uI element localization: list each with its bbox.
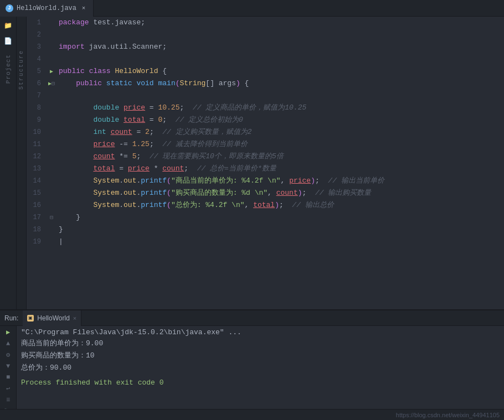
left-sidebar: 📁 📄 Project [0, 17, 17, 309]
code-line-5: 5 ▶ public class HelloWorld { [27, 65, 504, 77]
line-content-12: count *= 5; // 现在需要购买10个，即原来数量的5倍 [56, 151, 502, 163]
output-cmd-line: "C:\Program Files\Java\jdk-15.0.2\bin\ja… [21, 328, 500, 336]
bottom-tab-label: HelloWorld [37, 314, 69, 322]
bottom-tab-icon: ▣ [27, 315, 34, 322]
line-content-3: import java.util.Scanner; [56, 41, 502, 53]
line-num-2: 2 [27, 31, 47, 39]
line-content-1: package test.javase; [56, 17, 502, 29]
code-line-6: 6 ▶⊟ public static void main(String[] ar… [27, 77, 504, 90]
line-gutter-5[interactable]: ▶ [47, 68, 56, 75]
line-num-1: 1 [27, 19, 47, 27]
stop-button[interactable]: ■ [3, 374, 14, 381]
line-content-14: System.out.printf("商品当前的单价为: %4.2f \n", … [56, 175, 502, 187]
line-num-12: 12 [27, 153, 47, 160]
line-gutter-17[interactable]: ⊟ [47, 214, 56, 221]
line-num-4: 4 [27, 55, 47, 63]
line-content-15: System.out.printf("购买商品的数量为: %d \n", cou… [56, 187, 502, 199]
code-line-8: 8 double price = 10.25; // 定义商品的单价，赋值为10… [27, 102, 504, 114]
line-num-18: 18 [27, 226, 47, 234]
line-content-8: double price = 10.25; // 定义商品的单价，赋值为10.2… [56, 102, 502, 114]
output-line-1: 商品当前的单价为：9.00 [21, 338, 500, 350]
output-line-2: 购买商品的数量为：10 [21, 350, 500, 362]
line-num-3: 3 [27, 43, 47, 51]
run-button[interactable]: ▶ [3, 328, 14, 336]
code-line-15: 15 System.out.printf("购买商品的数量为: %d \n", … [27, 187, 504, 199]
run-label: Run: [4, 314, 18, 322]
line-content-17: } [56, 211, 502, 224]
output-line-3: 总价为：90.00 [21, 362, 500, 374]
line-content-19: | [56, 236, 502, 248]
output-finish-line: Process finished with exit code 0 [21, 378, 500, 387]
bottom-tab-bar: Run: ▣ HelloWorld × [0, 310, 504, 326]
line-content-18: } [56, 224, 502, 236]
line-content-7 [56, 90, 502, 102]
line-content-16: System.out.printf("总价为: %4.2f \n", total… [56, 199, 502, 211]
code-line-14: 14 System.out.printf("商品当前的单价为: %4.2f \n… [27, 175, 504, 187]
line-num-17: 17 [27, 214, 47, 221]
list-button[interactable]: ≡ [3, 396, 14, 404]
structure-label: Structure [18, 50, 24, 90]
line-content-13: total = price * count; // 总价=当前单价*数量 [56, 163, 502, 175]
wrap-button[interactable]: ↩ [3, 385, 14, 393]
line-num-7: 7 [27, 92, 47, 100]
bottom-output: "C:\Program Files\Java\jdk-15.0.2\bin\ja… [17, 326, 504, 409]
code-line-1: 1 package test.javase; [27, 17, 504, 29]
editor-structure: Structure 1 package test.javase; 2 [17, 17, 504, 309]
bottom-footer: https://blog.csdn.net/weixin_44941105 [0, 409, 504, 420]
tab-close-button[interactable]: × [80, 4, 88, 12]
structure-panel: Structure [17, 17, 27, 309]
file-tab[interactable]: J HelloWorld.java × [0, 0, 94, 17]
settings-button[interactable]: ⚙ [3, 351, 14, 359]
code-line-17: 17 ⊟ } [27, 211, 504, 224]
bottom-tab-close[interactable]: × [73, 315, 76, 322]
line-num-13: 13 [27, 165, 47, 173]
line-num-10: 10 [27, 128, 47, 136]
bottom-panel: Run: ▣ HelloWorld × ▶ ▲ ⚙ ▼ ■ ↩ ≡ 📷 🖨 🗑 … [0, 309, 504, 420]
line-content-10: int count = 2; // 定义购买数量，赋值为2 [56, 126, 502, 138]
line-content-4 [56, 53, 502, 65]
code-line-18: 18 } [27, 224, 504, 236]
code-line-10: 10 int count = 2; // 定义购买数量，赋值为2 [27, 126, 504, 138]
bottom-content-area: ▶ ▲ ⚙ ▼ ■ ↩ ≡ 📷 🖨 🗑 ← "C:\Program Files\… [0, 326, 504, 409]
bottom-toolbar: ▶ ▲ ⚙ ▼ ■ ↩ ≡ 📷 🖨 🗑 ← [0, 326, 17, 409]
line-num-9: 9 [27, 116, 47, 124]
line-num-19: 19 [27, 238, 47, 246]
line-num-5: 5 [27, 68, 47, 75]
code-line-4: 4 [27, 53, 504, 65]
code-line-13: 13 total = price * count; // 总价=当前单价*数量 [27, 163, 504, 175]
code-line-12: 12 count *= 5; // 现在需要购买10个，即原来数量的5倍 [27, 151, 504, 163]
line-num-6: 6 [27, 80, 47, 87]
footer-link: https://blog.csdn.net/weixin_44941105 [396, 412, 500, 418]
code-line-2: 2 [27, 29, 504, 41]
line-num-11: 11 [27, 141, 47, 148]
line-content-9: double total = 0; // 定义总价初始为0 [56, 114, 502, 126]
sidebar-icon-file[interactable]: 📄 [2, 34, 15, 48]
editor-area: 1 package test.javase; 2 3 import java.u… [27, 17, 504, 309]
scroll-up-button[interactable]: ▲ [3, 340, 14, 348]
sidebar-icon-folder[interactable]: 📁 [2, 19, 15, 32]
scroll-down-button[interactable]: ▼ [3, 362, 14, 370]
line-content-11: price -= 1.25; // 减去降价得到当前单价 [56, 138, 502, 151]
line-content-2 [56, 29, 502, 41]
code-line-7: 7 [27, 90, 504, 102]
code-line-9: 9 double total = 0; // 定义总价初始为0 [27, 114, 504, 126]
line-content-6: public static void main(String[] args) { [56, 77, 502, 90]
code-line-3: 3 import java.util.Scanner; [27, 41, 504, 53]
main-area: 📁 📄 Project Structure 1 package test.jav… [0, 17, 504, 309]
code-editor[interactable]: 1 package test.javase; 2 3 import java.u… [27, 17, 504, 309]
bottom-tab-helloworld[interactable]: ▣ HelloWorld × [23, 310, 81, 326]
sidebar-project-label: Project [5, 54, 12, 84]
line-gutter-6[interactable]: ▶⊟ [47, 80, 56, 87]
tab-bar: J HelloWorld.java × [0, 0, 504, 17]
line-num-15: 15 [27, 189, 47, 197]
java-file-icon: J [6, 4, 13, 12]
tab-label: HelloWorld.java [17, 4, 76, 12]
code-line-19: 19 | [27, 236, 504, 248]
line-num-16: 16 [27, 201, 47, 209]
line-num-14: 14 [27, 177, 47, 185]
line-num-8: 8 [27, 104, 47, 112]
code-line-16: 16 System.out.printf("总价为: %4.2f \n", to… [27, 199, 504, 211]
line-content-5: public class HelloWorld { [56, 65, 502, 77]
code-line-11: 11 price -= 1.25; // 减去降价得到当前单价 [27, 138, 504, 151]
